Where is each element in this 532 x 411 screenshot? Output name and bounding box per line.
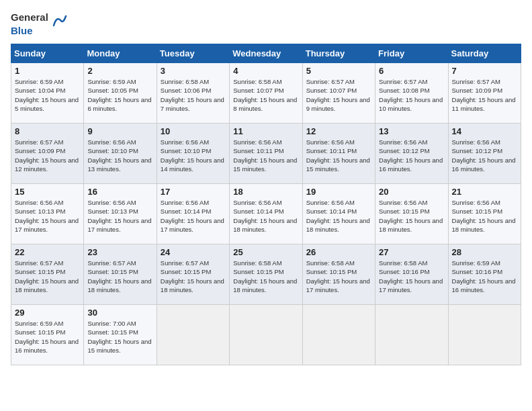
calendar-cell: 3 Sunrise: 6:58 AMSunset: 10:06 PMDaylig… [157, 63, 229, 124]
calendar-cell: 17 Sunrise: 6:56 AMSunset: 10:14 PMDayli… [157, 184, 229, 244]
day-number: 13 [379, 126, 444, 136]
day-info: Sunrise: 6:56 AMSunset: 10:10 PMDaylight… [161, 138, 224, 173]
calendar-week-4: 22 Sunrise: 6:57 AMSunset: 10:15 PMDayli… [11, 244, 521, 305]
calendar-cell: 20 Sunrise: 6:56 AMSunset: 10:15 PMDayli… [375, 184, 448, 244]
day-info: Sunrise: 6:58 AMSunset: 10:06 PMDaylight… [161, 78, 224, 112]
calendar-cell: 19 Sunrise: 6:56 AMSunset: 10:14 PMDayli… [302, 184, 375, 244]
day-number: 17 [161, 187, 226, 197]
col-header-monday: Monday [84, 44, 157, 63]
day-info: Sunrise: 6:57 AMSunset: 10:09 PMDaylight… [15, 138, 79, 173]
calendar-cell: 14 Sunrise: 6:56 AMSunset: 10:12 PMDayli… [448, 124, 521, 184]
day-info: Sunrise: 6:56 AMSunset: 10:10 PMDaylight… [87, 138, 151, 173]
calendar-cell: 25 Sunrise: 6:58 AMSunset: 10:15 PMDayli… [230, 244, 302, 305]
day-number: 3 [161, 66, 226, 76]
day-info: Sunrise: 6:57 AMSunset: 10:07 PMDaylight… [306, 78, 370, 112]
calendar-table: SundayMondayTuesdayWednesdayThursdayFrid… [11, 44, 521, 365]
calendar-cell: 30 Sunrise: 7:00 AMSunset: 10:15 PMDayli… [84, 305, 157, 365]
day-number: 26 [306, 247, 371, 257]
logo: GeneralBlue [11, 11, 67, 37]
day-number: 19 [306, 187, 371, 197]
calendar-cell: 6 Sunrise: 6:57 AMSunset: 10:08 PMDaylig… [375, 63, 448, 124]
calendar-cell [375, 305, 448, 365]
calendar-cell: 12 Sunrise: 6:56 AMSunset: 10:11 PMDayli… [302, 124, 375, 184]
day-info: Sunrise: 6:58 AMSunset: 10:15 PMDaylight… [306, 259, 370, 293]
day-info: Sunrise: 6:56 AMSunset: 10:14 PMDaylight… [306, 199, 370, 233]
day-number: 15 [15, 187, 80, 197]
day-info: Sunrise: 6:56 AMSunset: 10:14 PMDaylight… [161, 199, 224, 233]
day-number: 12 [306, 126, 371, 136]
calendar-header-row: SundayMondayTuesdayWednesdayThursdayFrid… [11, 44, 521, 63]
page-header: GeneralBlue [11, 11, 521, 37]
day-number: 5 [306, 66, 371, 76]
calendar-cell [230, 305, 302, 365]
day-info: Sunrise: 6:56 AMSunset: 10:11 PMDaylight… [233, 138, 297, 173]
calendar-week-5: 29 Sunrise: 6:59 AMSunset: 10:15 PMDayli… [11, 305, 521, 365]
day-info: Sunrise: 6:58 AMSunset: 10:07 PMDaylight… [233, 78, 297, 112]
day-number: 28 [452, 247, 517, 257]
day-number: 24 [161, 247, 226, 257]
calendar-cell: 7 Sunrise: 6:57 AMSunset: 10:09 PMDaylig… [448, 63, 521, 124]
day-number: 9 [87, 126, 152, 136]
day-info: Sunrise: 6:56 AMSunset: 10:14 PMDaylight… [233, 199, 297, 233]
calendar-cell [448, 305, 521, 365]
calendar-week-1: 1 Sunrise: 6:59 AMSunset: 10:04 PMDaylig… [11, 63, 521, 124]
calendar-cell: 2 Sunrise: 6:59 AMSunset: 10:05 PMDaylig… [84, 63, 157, 124]
day-number: 20 [379, 187, 444, 197]
calendar-cell: 26 Sunrise: 6:58 AMSunset: 10:15 PMDayli… [302, 244, 375, 305]
calendar-cell [157, 305, 229, 365]
calendar-cell: 1 Sunrise: 6:59 AMSunset: 10:04 PMDaylig… [11, 63, 84, 124]
day-number: 10 [161, 126, 226, 136]
day-info: Sunrise: 6:58 AMSunset: 10:15 PMDaylight… [233, 259, 297, 293]
calendar-cell: 16 Sunrise: 6:56 AMSunset: 10:13 PMDayli… [84, 184, 157, 244]
day-info: Sunrise: 6:56 AMSunset: 10:15 PMDaylight… [452, 199, 516, 233]
day-number: 8 [15, 126, 80, 136]
calendar-cell: 21 Sunrise: 6:56 AMSunset: 10:15 PMDayli… [448, 184, 521, 244]
day-info: Sunrise: 7:00 AMSunset: 10:15 PMDaylight… [87, 320, 151, 354]
day-number: 21 [452, 187, 517, 197]
day-info: Sunrise: 6:57 AMSunset: 10:15 PMDaylight… [15, 259, 79, 293]
col-header-tuesday: Tuesday [157, 44, 229, 63]
day-info: Sunrise: 6:56 AMSunset: 10:12 PMDaylight… [379, 138, 443, 173]
calendar-week-2: 8 Sunrise: 6:57 AMSunset: 10:09 PMDaylig… [11, 124, 521, 184]
day-number: 27 [379, 247, 444, 257]
calendar-cell: 5 Sunrise: 6:57 AMSunset: 10:07 PMDaylig… [302, 63, 375, 124]
logo-text-block: GeneralBlue [11, 11, 48, 37]
day-number: 11 [233, 126, 298, 136]
day-number: 25 [233, 247, 298, 257]
day-info: Sunrise: 6:57 AMSunset: 10:15 PMDaylight… [87, 259, 151, 293]
calendar-cell: 10 Sunrise: 6:56 AMSunset: 10:10 PMDayli… [157, 124, 229, 184]
day-info: Sunrise: 6:56 AMSunset: 10:11 PMDaylight… [306, 138, 370, 173]
col-header-thursday: Thursday [302, 44, 375, 63]
col-header-friday: Friday [375, 44, 448, 63]
calendar-cell: 23 Sunrise: 6:57 AMSunset: 10:15 PMDayli… [84, 244, 157, 305]
day-info: Sunrise: 6:56 AMSunset: 10:12 PMDaylight… [452, 138, 516, 173]
calendar-cell: 11 Sunrise: 6:56 AMSunset: 10:11 PMDayli… [230, 124, 302, 184]
day-number: 4 [233, 66, 298, 76]
calendar-cell: 9 Sunrise: 6:56 AMSunset: 10:10 PMDaylig… [84, 124, 157, 184]
day-number: 6 [379, 66, 444, 76]
day-info: Sunrise: 6:56 AMSunset: 10:13 PMDaylight… [87, 199, 151, 233]
day-info: Sunrise: 6:57 AMSunset: 10:08 PMDaylight… [379, 78, 443, 112]
calendar-week-3: 15 Sunrise: 6:56 AMSunset: 10:13 PMDayli… [11, 184, 521, 244]
day-number: 23 [87, 247, 152, 257]
day-number: 1 [15, 66, 80, 76]
day-info: Sunrise: 6:56 AMSunset: 10:13 PMDaylight… [15, 199, 79, 233]
calendar-cell: 28 Sunrise: 6:59 AMSunset: 10:16 PMDayli… [448, 244, 521, 305]
calendar-cell: 22 Sunrise: 6:57 AMSunset: 10:15 PMDayli… [11, 244, 84, 305]
calendar-cell: 15 Sunrise: 6:56 AMSunset: 10:13 PMDayli… [11, 184, 84, 244]
calendar-cell: 27 Sunrise: 6:58 AMSunset: 10:16 PMDayli… [375, 244, 448, 305]
day-number: 29 [15, 308, 80, 318]
day-number: 2 [87, 66, 152, 76]
day-number: 7 [452, 66, 517, 76]
day-info: Sunrise: 6:56 AMSunset: 10:15 PMDaylight… [379, 199, 443, 233]
day-number: 14 [452, 126, 517, 136]
col-header-sunday: Sunday [11, 44, 84, 63]
calendar-cell: 13 Sunrise: 6:56 AMSunset: 10:12 PMDayli… [375, 124, 448, 184]
logo-wave-icon [52, 15, 67, 27]
day-info: Sunrise: 6:57 AMSunset: 10:09 PMDaylight… [452, 78, 516, 112]
calendar-cell: 29 Sunrise: 6:59 AMSunset: 10:15 PMDayli… [11, 305, 84, 365]
day-number: 30 [87, 308, 152, 318]
col-header-saturday: Saturday [448, 44, 521, 63]
day-number: 22 [15, 247, 80, 257]
calendar-cell: 18 Sunrise: 6:56 AMSunset: 10:14 PMDayli… [230, 184, 302, 244]
